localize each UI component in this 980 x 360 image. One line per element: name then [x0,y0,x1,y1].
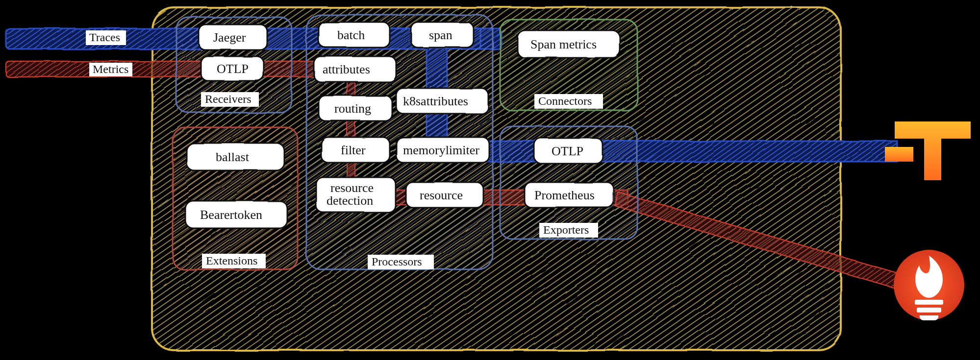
attributes-label: attributes [323,62,370,76]
span-label: span [429,28,452,42]
batch-label: batch [337,28,365,42]
svg-text:Connectors: Connectors [538,95,592,107]
svg-rect-53 [885,147,913,162]
traces-label: Traces [86,30,126,45]
svg-rect-56 [917,308,941,312]
metrics-label: Metrics [89,63,132,76]
svg-text:Metrics: Metrics [93,63,128,75]
processors-label: Processors [368,255,434,269]
memorylimiter-label: memorylimiter [403,143,479,157]
resource-detection-label: resource detection [327,181,377,208]
filter-label: filter [341,143,366,157]
extensions-label: Extensions [202,254,266,268]
span-metrics-label: Span metrics [530,37,597,51]
ballast-label: ballast [216,150,250,164]
receivers-label: Receivers [201,92,259,107]
svg-text:Exporters: Exporters [543,223,589,236]
prometheus-exporter-label: Prometheus [534,188,595,202]
bearertoken-label: Bearertoken [200,208,262,222]
routing-label: routing [334,101,371,116]
svg-text:Extensions: Extensions [206,254,257,267]
tempo-icon [885,121,971,180]
connectors-label: Connectors [534,94,603,109]
svg-text:Traces: Traces [89,31,120,44]
otlp-receiver-label: OTLP [217,62,249,76]
prometheus-icon [894,250,964,320]
exporters-label: Exporters [539,223,598,238]
k8sattributes-label: k8sattributes [403,94,468,108]
svg-text:Processors: Processors [372,255,422,268]
otlp-exporter-label: OTLP [552,144,583,158]
resource-label: resource [420,188,463,202]
jaeger-label: Jaeger [213,30,246,45]
svg-text:Receivers: Receivers [205,93,251,105]
svg-rect-55 [915,300,943,305]
